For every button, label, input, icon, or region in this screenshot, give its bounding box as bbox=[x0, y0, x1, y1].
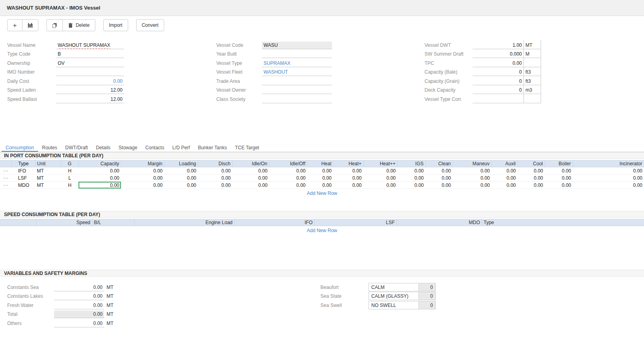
cell-heat[interactable]: 0.00 bbox=[333, 182, 363, 189]
field-capacity-grain[interactable]: 0 bbox=[473, 78, 523, 85]
field-sea-swell-number[interactable]: 0 bbox=[419, 301, 436, 309]
cell-loading[interactable]: 0.00 bbox=[164, 174, 198, 182]
cell-heat[interactable]: 0.00 bbox=[307, 182, 333, 189]
tab-routes[interactable]: Routes bbox=[38, 143, 61, 152]
cell-g[interactable]: L bbox=[61, 174, 78, 182]
cell-clean[interactable]: 0.00 bbox=[425, 182, 453, 189]
field-beaufort[interactable]: CALM bbox=[368, 283, 419, 291]
cell-margin[interactable]: 0.00 bbox=[121, 182, 164, 189]
cell-type[interactable]: IFO bbox=[11, 167, 35, 174]
field-vessel-type[interactable]: SUPRAMAX bbox=[262, 60, 332, 67]
field-vessel-dwt[interactable]: 1.00 bbox=[473, 42, 523, 49]
inport-add-new-row-link[interactable]: Add New Row bbox=[0, 189, 644, 198]
cell-margin[interactable]: 0.00 bbox=[121, 174, 164, 182]
cell-g[interactable]: H bbox=[61, 182, 78, 189]
cell-heat[interactable]: 0.00 bbox=[333, 167, 363, 174]
cell-incinerator[interactable]: 0.00 bbox=[573, 174, 644, 182]
delete-button[interactable]: Delete bbox=[62, 19, 95, 31]
cell-idle-on[interactable]: 0.00 bbox=[232, 167, 269, 174]
field-sw-summer-draft[interactable]: 0.000 bbox=[473, 50, 523, 58]
cell-g[interactable]: H bbox=[61, 167, 78, 174]
cell-maneuv[interactable]: 0.00 bbox=[453, 167, 491, 174]
field-vessel-code[interactable]: WASU bbox=[262, 42, 332, 49]
cell-cool[interactable]: 0.00 bbox=[517, 174, 545, 182]
field-tpc[interactable]: 0.00 bbox=[473, 60, 523, 67]
cell-clean[interactable]: 0.00 bbox=[425, 167, 453, 174]
field-capacity-bale[interactable]: 0 bbox=[473, 68, 523, 76]
tab-dwt-draft[interactable]: DWT/Draft bbox=[61, 143, 92, 152]
cell-unit[interactable]: MT bbox=[35, 167, 61, 174]
tab-consumption[interactable]: Consumption bbox=[2, 143, 38, 152]
field-ownership[interactable]: OV bbox=[56, 60, 124, 67]
field-deck-capacity[interactable]: 0 bbox=[473, 86, 523, 94]
cell-idle-off[interactable]: 0.00 bbox=[269, 174, 307, 182]
field-speed-ballast[interactable]: 12.00 bbox=[56, 96, 124, 103]
tab-tce-target[interactable]: TCE Target bbox=[231, 143, 263, 152]
field-vessel-fleet[interactable]: WASHOUT bbox=[262, 68, 332, 76]
save-button[interactable] bbox=[22, 19, 38, 31]
field-vessel-type-corr[interactable] bbox=[473, 96, 523, 103]
field-total[interactable]: 0.00 bbox=[54, 311, 104, 318]
cell-margin[interactable]: 0.00 bbox=[121, 167, 164, 174]
cell-incinerator[interactable]: 0.00 bbox=[573, 182, 644, 189]
tab-details[interactable]: Details bbox=[92, 143, 115, 152]
field-sea-swell[interactable]: NO SWELL bbox=[368, 301, 419, 309]
cell-boiler[interactable]: 0.00 bbox=[545, 167, 573, 174]
cell-idle-on[interactable]: 0.00 bbox=[232, 182, 269, 189]
field-class-society[interactable] bbox=[262, 96, 332, 103]
cell-disch[interactable]: 0.00 bbox=[198, 174, 232, 182]
cell-auxil[interactable]: 0.00 bbox=[491, 182, 517, 189]
cell-heat[interactable]: 0.00 bbox=[363, 174, 397, 182]
cell-type[interactable]: MDO bbox=[11, 182, 35, 189]
cell-heat[interactable]: 0.00 bbox=[307, 174, 333, 182]
cell-heat[interactable]: 0.00 bbox=[363, 167, 397, 174]
cell-cool[interactable]: 0.00 bbox=[517, 182, 545, 189]
cell-heat[interactable]: 0.00 bbox=[307, 167, 333, 174]
cell-igs[interactable]: 0.00 bbox=[397, 182, 425, 189]
cell-loading[interactable]: 0.00 bbox=[164, 167, 198, 174]
cell-igs[interactable]: 0.00 bbox=[397, 167, 425, 174]
field-vessel-owner[interactable] bbox=[262, 86, 332, 94]
tab-stowage[interactable]: Stowage bbox=[115, 143, 141, 152]
field-constants-sea[interactable]: 0.00 bbox=[54, 284, 104, 291]
field-others[interactable]: 0.00 bbox=[54, 320, 104, 327]
cell-igs[interactable]: 0.00 bbox=[397, 174, 425, 182]
convert-button[interactable]: Convert bbox=[136, 19, 164, 31]
field-sea-state[interactable]: CALM (GLASSY) bbox=[368, 292, 419, 300]
cell-type[interactable]: LSF bbox=[11, 174, 35, 182]
cell-capacity[interactable]: 0.00 bbox=[78, 167, 121, 174]
tab-l-d-perf[interactable]: L/D Perf bbox=[168, 143, 194, 152]
field-year-built[interactable] bbox=[262, 50, 332, 58]
field-beaufort-number[interactable]: 0 bbox=[419, 283, 436, 291]
field-vessel-name[interactable]: WASHOUT SUPRAMAX bbox=[56, 42, 124, 49]
tab-contacts[interactable]: Contacts bbox=[141, 143, 168, 152]
cell-disch[interactable]: 0.00 bbox=[198, 167, 232, 174]
cell-loading[interactable]: 0.00 bbox=[164, 182, 198, 189]
cell-disch[interactable]: 0.00 bbox=[198, 182, 232, 189]
cell-maneuv[interactable]: 0.00 bbox=[453, 174, 491, 182]
field-fresh-water[interactable]: 0.00 bbox=[54, 302, 104, 309]
cell-boiler[interactable]: 0.00 bbox=[545, 174, 573, 182]
cell-heat[interactable]: 0.00 bbox=[363, 182, 397, 189]
speed-add-new-row-link[interactable]: Add New Row bbox=[0, 226, 644, 235]
field-speed-laden[interactable]: 12.00 bbox=[56, 86, 124, 94]
cell-auxil[interactable]: 0.00 bbox=[491, 167, 517, 174]
cell-capacity[interactable]: 0.00 bbox=[78, 182, 121, 189]
import-button[interactable]: Import bbox=[103, 19, 128, 31]
row-menu-icon[interactable]: ⋯ bbox=[0, 167, 11, 174]
cell-unit[interactable]: MT bbox=[35, 174, 61, 182]
tab-bunker-tanks[interactable]: Bunker Tanks bbox=[194, 143, 231, 152]
new-button[interactable]: + bbox=[7, 19, 22, 31]
cell-cool[interactable]: 0.00 bbox=[517, 167, 545, 174]
cell-idle-on[interactable]: 0.00 bbox=[232, 174, 269, 182]
field-imo-number[interactable] bbox=[56, 68, 124, 76]
row-menu-icon[interactable]: ⋯ bbox=[0, 182, 11, 189]
field-sea-state-number[interactable]: 0 bbox=[419, 292, 436, 300]
field-constants-lakes[interactable]: 0.00 bbox=[54, 293, 104, 300]
cell-maneuv[interactable]: 0.00 bbox=[453, 182, 491, 189]
cell-idle-off[interactable]: 0.00 bbox=[269, 167, 307, 174]
cell-unit[interactable]: MT bbox=[35, 182, 61, 189]
cell-heat[interactable]: 0.00 bbox=[333, 174, 363, 182]
cell-capacity[interactable]: 0.00 bbox=[78, 174, 121, 182]
field-daily-cost[interactable]: 0.00 bbox=[56, 78, 124, 85]
